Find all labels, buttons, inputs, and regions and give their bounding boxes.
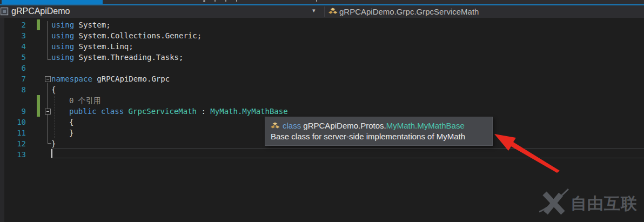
- code-line[interactable]: 2using System;: [0, 19, 644, 30]
- class-icon: [271, 122, 280, 130]
- line-number[interactable]: 7: [0, 73, 26, 84]
- line-number[interactable]: 13: [0, 149, 26, 160]
- tab-text-fragment: [236, 0, 237, 2]
- watermark-text: 自由互联: [571, 193, 638, 215]
- code-token-keyword: using: [51, 21, 74, 29]
- code-token-plain: System.Threading.Tasks;: [74, 53, 183, 62]
- line-number[interactable]: 2: [0, 19, 26, 30]
- tab-text-fragment: [203, 0, 205, 2]
- type-dropdown-label[interactable]: gRPCApiDemo.Grpc.GrpcServiceMath: [339, 7, 479, 16]
- code-text: {: [69, 117, 73, 127]
- outline-tick-usings: [48, 59, 51, 60]
- line-number[interactable]: 4: [0, 41, 26, 52]
- code-line[interactable]: 5using System.Threading.Tasks;: [0, 52, 644, 63]
- line-number[interactable]: 3: [0, 30, 26, 41]
- type-dropdown[interactable]: gRPCApiDemo.Grpc.GrpcServiceMath: [325, 5, 644, 18]
- code-token-plain: [124, 107, 128, 116]
- watermark-x-icon: [539, 188, 569, 216]
- tooltip-type-name: MyMath.MyMathBase: [386, 121, 465, 130]
- line-number[interactable]: 11: [0, 127, 26, 138]
- csharp-project-icon: [1, 7, 9, 16]
- code-text: }: [69, 127, 73, 138]
- quick-info-tooltip: class gRPCApiDemo.Protos.MyMath.MyMathBa…: [265, 117, 493, 146]
- code-line[interactable]: 9public class GrpcServiceMath : MyMath.M…: [0, 106, 644, 117]
- code-token-codelens: 0 个引用: [69, 96, 101, 105]
- codelens-row[interactable]: 0 个引用: [0, 95, 644, 106]
- outline-guide-usings[interactable]: [48, 21, 48, 60]
- code-token-plain: {: [69, 118, 73, 126]
- navigation-bar: gRPCApiDemo ▾ gRPCApiDemo.Grpc.GrpcServi…: [0, 5, 644, 18]
- tooltip-description: Base class for server-side implementatio…: [271, 131, 487, 142]
- collapse-box-namespace[interactable]: [45, 76, 51, 82]
- tab-text-fragment: [316, 0, 317, 2]
- tab-text-fragment: [214, 0, 216, 2]
- code-text: }: [51, 138, 56, 149]
- code-text: {: [51, 84, 56, 95]
- code-token-keyword: namespace: [51, 75, 92, 83]
- code-token-plain: }: [51, 139, 56, 148]
- code-line[interactable]: 3using System.Collections.Generic;: [0, 30, 644, 41]
- collapse-box-class[interactable]: [45, 109, 51, 115]
- code-token-keyword: using: [51, 53, 74, 62]
- line-number[interactable]: 10: [0, 117, 26, 127]
- line-number[interactable]: 9: [0, 106, 26, 117]
- chevron-down-icon[interactable]: ▾: [312, 7, 316, 14]
- code-token-plain: {: [51, 85, 56, 94]
- active-tab-highlight[interactable]: [2, 0, 103, 4]
- code-text: using System;: [51, 19, 111, 30]
- watermark-logo: 自由互联: [539, 187, 640, 218]
- line-number[interactable]: 5: [0, 52, 26, 63]
- code-token-plain: [97, 107, 101, 116]
- tab-strip: [0, 0, 644, 5]
- change-tracking-bar: [37, 95, 40, 106]
- text-caret: [51, 149, 52, 158]
- tooltip-kind-label: class: [283, 121, 301, 130]
- code-token-type: GrpcServiceMath: [129, 107, 197, 116]
- indent-guide: [55, 93, 55, 138]
- code-text: 0 个引用: [69, 95, 101, 106]
- code-text: using System.Collections.Generic;: [51, 30, 202, 41]
- project-dropdown[interactable]: gRPCApiDemo ▾: [0, 5, 324, 18]
- vs-editor-window: gRPCApiDemo ▾ gRPCApiDemo.Grpc.GrpcServi…: [0, 0, 644, 222]
- code-line[interactable]: 7namespace gRPCApiDemo.Grpc: [0, 73, 644, 84]
- code-token-keyword: class: [101, 107, 124, 116]
- code-token-plain: System;: [74, 21, 110, 29]
- code-token-plain: System.Linq;: [74, 42, 133, 51]
- code-token-plain: gRPCApiDemo.Grpc: [92, 75, 170, 83]
- code-text: public class GrpcServiceMath : MyMath.My…: [69, 106, 288, 117]
- code-line[interactable]: 8{: [0, 84, 644, 95]
- code-token-keyword: using: [51, 42, 74, 51]
- code-line[interactable]: 4using System.Linq;: [0, 41, 644, 52]
- code-text: namespace gRPCApiDemo.Grpc: [51, 73, 170, 84]
- outline-tick-namespace: [48, 143, 51, 144]
- code-token-keyword: using: [51, 31, 74, 40]
- annotation-arrow-icon: [487, 130, 566, 176]
- change-tracking-bar: [37, 106, 40, 117]
- tooltip-qualifier: gRPCApiDemo.Protos.: [303, 121, 386, 130]
- code-token-plain: }: [69, 129, 73, 137]
- code-token-type: MyMath.MyMathBase: [210, 107, 287, 116]
- line-number[interactable]: 12: [0, 138, 26, 149]
- code-token-plain: System.Collections.Generic;: [74, 31, 202, 40]
- tab-text-fragment: [225, 0, 226, 2]
- tooltip-signature: class gRPCApiDemo.Protos.MyMath.MyMathBa…: [271, 120, 487, 131]
- code-line[interactable]: 6: [0, 63, 644, 73]
- code-text: using System.Linq;: [51, 41, 133, 52]
- code-token-keyword: public: [69, 107, 97, 116]
- project-dropdown-label[interactable]: gRPCApiDemo: [11, 6, 70, 16]
- line-number[interactable]: 8: [0, 84, 26, 95]
- code-text: using System.Threading.Tasks;: [51, 52, 183, 63]
- class-icon: [328, 7, 338, 16]
- code-token-plain: :: [197, 107, 210, 116]
- line-number[interactable]: 6: [0, 63, 26, 73]
- change-tracking-bar: [37, 19, 40, 30]
